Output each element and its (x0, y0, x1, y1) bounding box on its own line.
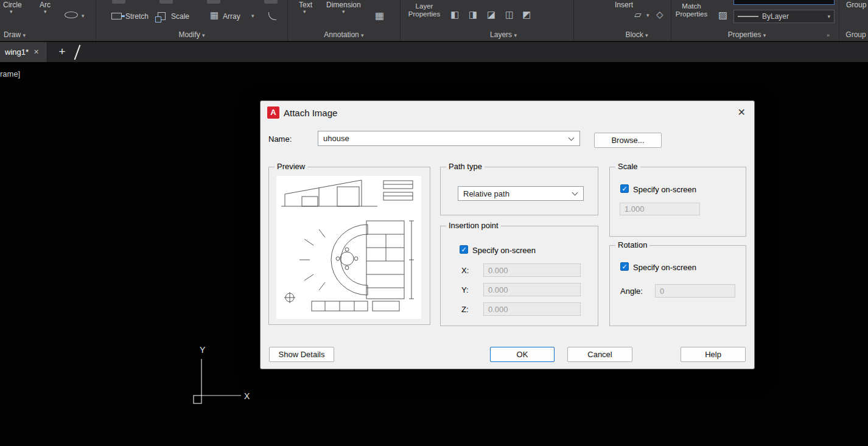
panel-separator (839, 0, 839, 41)
name-combobox-caret-icon (569, 134, 575, 141)
fillet-top-icon[interactable] (207, 0, 220, 4)
scale-input[interactable] (620, 203, 700, 215)
path-type-caret-icon (572, 190, 578, 196)
group-tool-button[interactable]: Group (846, 1, 866, 9)
array-dropdown-caret-icon[interactable]: ▾ (251, 13, 254, 19)
copy-icon[interactable] (112, 0, 125, 4)
stretch-tool-button[interactable]: Stretch (125, 12, 149, 21)
annotation-panel-label[interactable]: Annotation ▾ (324, 30, 363, 39)
ribbon: Circle ▾ Arc ▾ ▾ Draw ▾ Stretch Scale ▦ … (0, 0, 868, 41)
scale-icon[interactable] (158, 12, 166, 20)
path-type-group-label: Path type (446, 162, 485, 171)
layer-match-icon[interactable]: ◩ (522, 9, 531, 20)
arc-tool-button[interactable]: Arc (40, 1, 51, 9)
scale-group-label: Scale (615, 162, 640, 171)
path-type-value: Relative path (458, 189, 573, 198)
new-tab-button[interactable]: + (55, 44, 69, 59)
insertion-specify-checkbox[interactable]: ✓ (460, 245, 468, 254)
y-input[interactable] (483, 283, 581, 296)
panel-separator (400, 0, 401, 41)
combo-caret-icon: ▾ (827, 13, 830, 19)
autocad-logo-icon: A (267, 106, 279, 119)
layer-state-icon[interactable]: ◧ (450, 9, 459, 20)
panel-separator (573, 0, 574, 41)
array-tool-button[interactable]: Array (223, 12, 240, 21)
attach-image-dialog: A Attach Image ✕ Name: uhouse Browse... … (260, 100, 755, 369)
lineweight-combo[interactable]: ByLayer ▾ (733, 10, 835, 23)
layer-freeze-icon[interactable]: ◪ (487, 9, 495, 20)
panel-separator (671, 0, 671, 41)
create-block-icon[interactable]: ▱ (634, 9, 642, 20)
path-type-combobox[interactable]: Relative path (458, 186, 584, 201)
insertion-point-group-label: Insertion point (446, 221, 501, 230)
viewport-control-label[interactable]: rame] (0, 69, 20, 78)
ellipse-dropdown-caret-icon[interactable]: ▾ (82, 13, 85, 19)
z-input[interactable] (483, 302, 581, 316)
block-panel-label[interactable]: Block ▾ (625, 30, 648, 39)
ellipse-icon[interactable] (65, 12, 78, 18)
layer-properties-button[interactable]: Layer Properties (403, 2, 446, 18)
tab-slash-decoration (74, 44, 81, 60)
ok-button[interactable]: OK (490, 347, 555, 362)
z-label: Z: (461, 305, 469, 314)
tab-close-icon[interactable]: ✕ (33, 48, 39, 56)
show-details-button[interactable]: Show Details (269, 347, 334, 362)
angle-input[interactable] (655, 284, 735, 298)
circle-tool-button[interactable]: Circle (3, 1, 22, 9)
block-dropdown-caret-icon[interactable]: ▾ (646, 12, 649, 18)
group-panel-label[interactable]: Group (845, 30, 866, 39)
table-icon[interactable]: ▦ (375, 10, 384, 21)
name-combobox[interactable]: uhouse (318, 131, 580, 146)
file-tab-bar: wing1* ✕ + (0, 42, 868, 62)
circle-dropdown-caret-icon[interactable]: ▾ (10, 9, 13, 15)
scale-specify-checkbox[interactable]: ✓ (620, 184, 629, 193)
autocad-window: Circle ▾ Arc ▾ ▾ Draw ▾ Stretch Scale ▦ … (0, 0, 868, 446)
panel-separator (287, 0, 288, 41)
mirror-icon[interactable] (159, 0, 173, 4)
rotation-group: Rotation ✓ Specify on-screen Angle: (609, 245, 746, 326)
insert-tool-button[interactable]: Insert (615, 1, 633, 9)
angle-label: Angle: (620, 287, 643, 296)
match-brush-icon[interactable]: ▨ (718, 9, 727, 21)
draw-panel-label[interactable]: Draw ▾ (4, 30, 26, 39)
dimension-tool-button[interactable]: Dimension (326, 1, 361, 9)
insertion-specify-label: Specify on-screen (472, 246, 536, 255)
rotation-specify-label: Specify on-screen (633, 263, 696, 272)
drawing-tab[interactable]: wing1* ✕ (0, 42, 47, 62)
x-label: X: (461, 266, 469, 275)
cancel-button[interactable]: Cancel (567, 347, 632, 362)
rotation-specify-checkbox[interactable]: ✓ (620, 262, 629, 271)
stretch-icon[interactable] (111, 13, 122, 19)
rotation-group-label: Rotation (615, 240, 649, 249)
erase-icon[interactable] (264, 0, 278, 4)
panel-separator (96, 0, 96, 41)
path-type-group: Path type Relative path (440, 167, 598, 215)
insertion-point-group: Insertion point ✓ Specify on-screen X: Y… (440, 226, 598, 326)
modify-panel-label[interactable]: Modify ▾ (178, 30, 205, 39)
object-color-combo[interactable] (733, 0, 835, 5)
layer-isolate-icon[interactable]: ◨ (469, 9, 477, 20)
dialog-title: Attach Image (284, 108, 337, 118)
match-properties-button[interactable]: Match Properties (672, 2, 711, 18)
edit-block-icon[interactable]: ◇ (656, 9, 663, 20)
text-tool-button[interactable]: Text (299, 1, 312, 9)
x-input[interactable] (483, 263, 581, 277)
dimension-dropdown-caret-icon[interactable]: ▾ (342, 9, 345, 15)
lineweight-value: ByLayer (762, 12, 824, 21)
layers-panel-label[interactable]: Layers ▾ (490, 30, 517, 39)
arc-dropdown-caret-icon[interactable]: ▾ (44, 9, 47, 15)
panel-expand-icon[interactable]: » (827, 32, 830, 38)
drawing-tab-label: wing1* (5, 47, 29, 57)
help-button[interactable]: Help (681, 347, 746, 362)
name-label: Name: (268, 134, 292, 144)
array-grid-icon[interactable]: ▦ (210, 10, 219, 21)
dialog-close-icon[interactable]: ✕ (738, 106, 746, 118)
scale-tool-button[interactable]: Scale (171, 12, 189, 21)
text-dropdown-caret-icon[interactable]: ▾ (303, 9, 306, 15)
properties-panel-label[interactable]: Properties ▾ (728, 30, 766, 39)
layer-lock-icon[interactable]: ◫ (505, 9, 514, 20)
ucs-y-label: Y (200, 345, 206, 355)
lineweight-sample (738, 16, 758, 17)
browse-button[interactable]: Browse... (594, 133, 662, 148)
fillet-icon[interactable] (268, 12, 276, 20)
